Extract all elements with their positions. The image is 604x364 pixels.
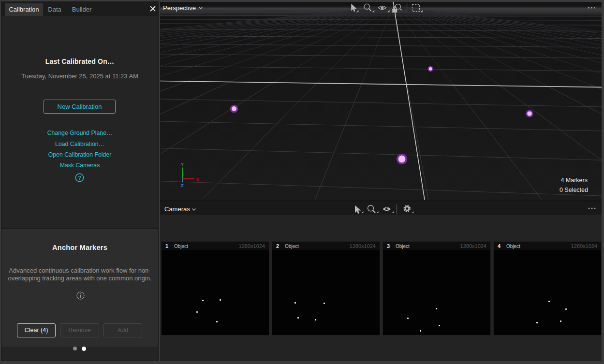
svg-text:0 Selected: 0 Selected [560,187,588,193]
svg-text:x: x [196,176,199,182]
svg-text:Z: Z [181,183,184,188]
svg-text:?: ? [78,175,81,181]
svg-text:Y: Y [181,161,184,167]
svg-text:4 Markers: 4 Markers [560,177,588,184]
